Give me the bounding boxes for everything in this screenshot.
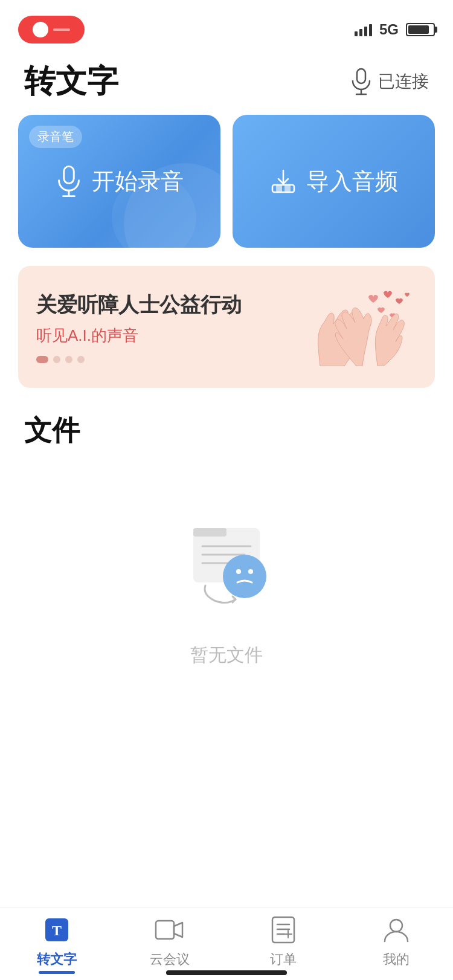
svg-point-17 <box>248 569 253 574</box>
signal-5g-label: 5G <box>379 21 399 38</box>
tab-orders-label: 订单 <box>270 950 297 969</box>
status-bar-right: 5G <box>355 21 435 38</box>
record-pen-label: 录音笔 <box>29 126 82 148</box>
empty-text: 暂无文件 <box>190 643 263 668</box>
tab-transcribe-label: 转文字 <box>37 950 77 969</box>
record-button-label: 开始录音 <box>92 166 184 197</box>
promo-banner[interactable]: 关爱听障人士公益行动 听见A.I.的声音 <box>18 266 435 388</box>
orders-icon-svg <box>270 916 297 944</box>
status-bar-left <box>18 16 85 44</box>
tab-orders[interactable]: 订单 <box>226 908 340 969</box>
tab-meeting[interactable]: 云会议 <box>114 908 227 969</box>
start-record-button[interactable]: 录音笔 开始录音 <box>18 115 220 248</box>
tab-transcribe[interactable]: T 转文字 <box>0 908 114 969</box>
tab-meeting-label: 云会议 <box>150 950 190 969</box>
files-title: 文件 <box>24 412 429 450</box>
meeting-icon <box>154 914 185 946</box>
signal-bar-2 <box>359 29 362 36</box>
orders-icon <box>268 914 299 946</box>
banner-dot-3 <box>65 356 72 363</box>
record-indicator <box>18 16 85 44</box>
signal-bars <box>355 23 372 36</box>
svg-rect-11 <box>193 528 226 537</box>
svg-rect-6 <box>272 185 294 192</box>
battery-fill <box>408 25 429 34</box>
record-button-content: 开始录音 <box>56 165 184 198</box>
import-audio-button[interactable]: 导入音频 <box>233 115 435 248</box>
action-buttons: 录音笔 开始录音 导入音频 <box>0 115 453 248</box>
signal-bar-1 <box>355 31 358 36</box>
banner-title: 关爱听障人士公益行动 <box>36 291 284 319</box>
transcribe-icon-svg: T <box>43 916 71 944</box>
svg-rect-0 <box>357 69 365 83</box>
banner-subtitle: 听见A.I.的声音 <box>36 325 284 346</box>
tab-mine[interactable]: 我的 <box>340 908 454 969</box>
header: 转文字 已连接 <box>0 48 453 115</box>
signal-bar-4 <box>369 24 372 36</box>
files-section: 文件 <box>0 412 453 704</box>
svg-rect-7 <box>276 185 282 192</box>
hands-svg <box>284 288 417 366</box>
import-button-content: 导入音频 <box>270 166 398 197</box>
empty-state: 暂无文件 <box>24 468 429 704</box>
connected-label: 已连接 <box>378 70 429 93</box>
empty-state-svg <box>160 516 293 625</box>
banner-text: 关爱听障人士公益行动 听见A.I.的声音 <box>36 291 284 363</box>
import-icon <box>270 168 297 195</box>
mic-icon-record <box>56 165 82 198</box>
transcribe-icon: T <box>41 914 72 946</box>
meeting-icon-svg <box>155 918 185 942</box>
record-dot <box>33 22 48 37</box>
mine-icon-svg <box>382 916 410 944</box>
connected-badge: 已连接 <box>350 68 429 95</box>
svg-point-15 <box>223 555 266 598</box>
bottom-nav: T 转文字 云会议 订单 <box>0 907 453 980</box>
signal-bar-3 <box>364 27 367 36</box>
svg-rect-20 <box>156 921 174 939</box>
banner-dot-1 <box>36 356 48 363</box>
status-bar: 5G <box>0 0 453 48</box>
banner-illustration <box>284 288 417 366</box>
svg-text:T: T <box>52 923 62 938</box>
svg-rect-3 <box>63 166 73 183</box>
svg-point-16 <box>236 569 241 574</box>
tab-mine-label: 我的 <box>383 950 410 969</box>
record-line <box>53 28 70 31</box>
battery-icon <box>406 23 435 36</box>
home-indicator <box>166 970 287 975</box>
empty-illustration <box>160 516 293 625</box>
active-indicator <box>39 971 75 974</box>
svg-rect-8 <box>284 185 291 192</box>
mic-icon-header <box>350 68 372 95</box>
svg-point-27 <box>390 920 402 932</box>
page-title: 转文字 <box>24 60 118 103</box>
banner-dot-4 <box>77 356 85 363</box>
banner-dots <box>36 356 284 363</box>
import-button-label: 导入音频 <box>306 166 398 197</box>
mine-icon <box>381 914 412 946</box>
banner-dot-2 <box>53 356 60 363</box>
